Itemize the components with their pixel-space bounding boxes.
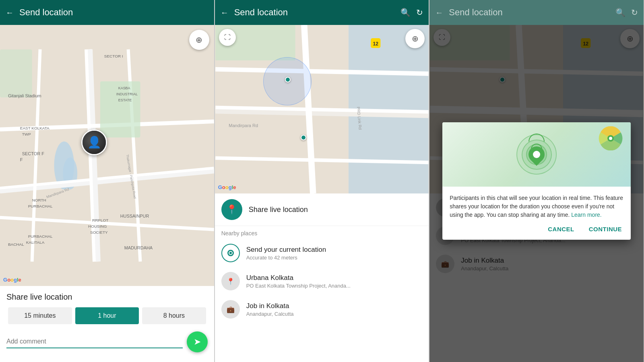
current-location-name: Send your current location [246, 246, 326, 254]
svg-rect-12 [0, 49, 32, 97]
back-button-3[interactable]: ← [435, 8, 443, 17]
panel-2: ← Send location 🔍 ↻ PRD Link Rd Eastern … [215, 0, 429, 362]
time-btn-1hour[interactable]: 1 hour [75, 307, 139, 324]
send-button[interactable]: ➤ [187, 331, 208, 352]
place-pin [301, 135, 306, 140]
send-icon: ➤ [194, 337, 201, 347]
place-name-1: Job in Kolkata [246, 302, 294, 310]
time-btn-8hours[interactable]: 8 hours [142, 307, 206, 324]
google-logo-1: Google [3, 277, 21, 283]
svg-text:HUSSAINPUR: HUSSAINPUR [120, 214, 149, 218]
place-name-0: Urbana Kolkata [246, 274, 351, 282]
place-sub-1: Anandapur, Calcutta [246, 311, 294, 317]
topbar-1: ← Send location [0, 0, 214, 25]
svg-text:SOCIETY: SOCIETY [90, 230, 108, 234]
panel-3: ← Send location 🔍 ↻ 12 ⛶ ⊕ [429, 0, 644, 362]
current-location-sub: Accurate to 42 meters [246, 255, 326, 261]
list-area-2: 📍 Share live location Nearby places Send… [215, 193, 429, 362]
live-location-label: Share live location [249, 206, 308, 214]
back-button-1[interactable]: ← [6, 8, 14, 17]
comment-input[interactable] [6, 335, 183, 348]
live-location-dialog: Participants in this chat will see your … [442, 122, 631, 240]
place-row-0[interactable]: 📍 Urbana Kolkata PO East Kolkata Townshi… [215, 267, 429, 295]
search-button-3[interactable]: 🔍 [615, 8, 625, 17]
learn-more-link[interactable]: Learn more. [571, 212, 601, 218]
svg-text:PURBACHAL: PURBACHAL [28, 234, 53, 239]
place-sub-0: PO East Kolkata Township Project, Ananda… [246, 283, 351, 289]
dialog-body: Participants in this chat will see your … [442, 187, 631, 219]
topbar-title-1: Send location [19, 7, 208, 18]
place-icon-1: 💼 [221, 300, 240, 319]
panel-1: ← Send location Gitanjali Stadium SECTOR… [0, 0, 215, 362]
place-texts-1: Job in Kolkata Anandapur, Calcutta [246, 302, 294, 317]
map-pie-icon [599, 126, 623, 150]
dialog-illustration [442, 122, 631, 187]
svg-text:PURBACHAL: PURBACHAL [28, 204, 53, 208]
topbar-2: ← Send location 🔍 ↻ [215, 0, 429, 25]
place-pin-icon-1: 💼 [227, 306, 235, 313]
bottom-panel-1: Share live location 15 minutes 1 hour 8 … [0, 286, 214, 362]
wifi-pin-icon: 📍 [226, 204, 237, 215]
svg-text:KASBA: KASBA [118, 86, 130, 90]
svg-point-57 [609, 137, 612, 140]
place-pin-icon-0: 📍 [227, 278, 235, 285]
place-texts-0: Urbana Kolkata PO East Kolkata Township … [246, 274, 351, 289]
svg-text:SECTOR F: SECTOR F [22, 152, 44, 156]
expand-button-2[interactable]: ⛶ [219, 29, 236, 46]
place-icon-0: 📍 [221, 272, 240, 290]
svg-text:Gitanjali Stadium: Gitanjali Stadium [8, 93, 41, 98]
svg-text:RRPLOT: RRPLOT [92, 218, 108, 222]
topbar-title-2: Send location [234, 7, 395, 18]
svg-text:MADURDAHA: MADURDAHA [124, 245, 153, 250]
target-icon: ⊕ [196, 35, 202, 45]
topbar-title-3: Send location [449, 7, 610, 18]
continue-button[interactable]: CONTINUE [586, 224, 625, 234]
current-location-texts: Send your current location Accurate to 4… [246, 246, 326, 261]
refresh-button-2[interactable]: ↻ [416, 8, 423, 17]
map-area-1: Gitanjali Stadium SECTOR I KASBA INDUSTR… [0, 25, 214, 286]
current-location-pin [285, 77, 291, 82]
target-button-1[interactable]: ⊕ [189, 30, 209, 50]
target-button-2[interactable]: ⊕ [405, 29, 425, 48]
time-btn-15min[interactable]: 15 minutes [8, 307, 72, 324]
time-buttons: 15 minutes 1 hour 8 hours [6, 307, 208, 324]
arc-large [528, 134, 545, 142]
comment-row: ➤ [6, 331, 208, 356]
cancel-button[interactable]: CANCEL [545, 224, 578, 234]
location-illustration [512, 130, 561, 179]
svg-text:TWP: TWP [22, 132, 31, 136]
dialog-text: Participants in this chat will see your … [450, 194, 623, 219]
svg-text:HOUSING: HOUSING [88, 224, 107, 228]
avatar-image: 👤 [83, 131, 106, 154]
nearby-places-label: Nearby places [215, 226, 429, 239]
dialog-actions: CANCEL CONTINUE [442, 219, 631, 240]
search-button-2[interactable]: 🔍 [400, 8, 411, 17]
refresh-button-3[interactable]: ↻ [631, 8, 638, 17]
svg-text:BACHAL: BACHAL [8, 242, 24, 247]
live-location-icon: 📍 [221, 199, 242, 220]
map-area-2: PRD Link Rd Eastern Metropolitan Bypass … [215, 25, 429, 193]
svg-text:12: 12 [373, 41, 378, 47]
topbar-3: ← Send location 🔍 ↻ [429, 0, 644, 25]
share-live-location-row[interactable]: 📍 Share live location [215, 193, 429, 226]
svg-text:KALITALA: KALITALA [26, 240, 45, 245]
current-location-icon [221, 244, 240, 262]
place-row-1[interactable]: 💼 Job in Kolkata Anandapur, Calcutta [215, 295, 429, 323]
svg-text:SECTOR I: SECTOR I [104, 54, 123, 58]
svg-text:INDUSTRIAL: INDUSTRIAL [116, 92, 138, 96]
svg-text:F: F [20, 157, 23, 162]
svg-text:NORTH: NORTH [32, 198, 46, 202]
google-logo-2: Google [218, 184, 236, 190]
svg-text:ESTATE: ESTATE [118, 98, 132, 102]
share-live-title: Share live location [6, 292, 208, 302]
svg-text:Mandirpara Rd: Mandirpara Rd [229, 123, 258, 128]
back-button-2[interactable]: ← [221, 8, 229, 17]
expand-icon: ⛶ [224, 34, 231, 41]
target-icon-2: ⊕ [412, 34, 419, 43]
current-location-row[interactable]: Send your current location Accurate to 4… [215, 239, 429, 267]
user-avatar: 👤 [81, 130, 107, 155]
svg-text:EAST KOLKATA: EAST KOLKATA [20, 126, 50, 130]
pin-inner [533, 151, 540, 158]
